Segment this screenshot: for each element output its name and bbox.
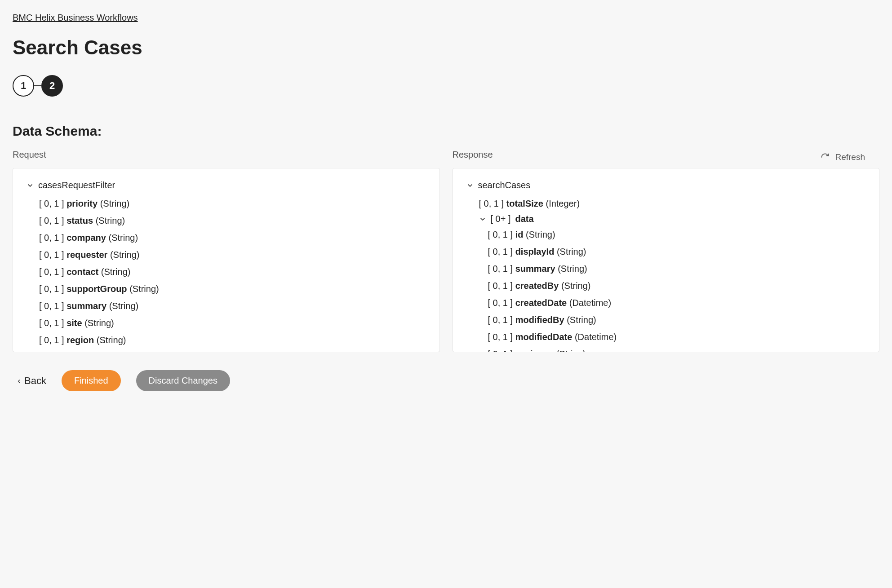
field-name: data	[515, 214, 534, 224]
field-cardinality: [ 0, 1 ]	[39, 301, 64, 311]
field-row: [ 0, 1 ] createdBy (String)	[488, 277, 866, 294]
field-type: (String)	[100, 199, 130, 208]
field-cardinality: [ 0, 1 ]	[479, 199, 504, 208]
field-name: createdBy	[515, 281, 559, 291]
chevron-down-icon	[479, 216, 486, 223]
field-cardinality: [ 0, 1 ]	[39, 318, 64, 328]
field-type: (String)	[101, 267, 131, 277]
field-type: (String)	[129, 284, 159, 294]
step-connector	[34, 85, 41, 86]
discard-changes-button[interactable]: Discard Changes	[136, 370, 230, 391]
field-row: [ 0, 1 ] contact (String)	[39, 263, 426, 280]
request-column: Request casesRequestFilter [ 0, 1 ] prio…	[13, 150, 440, 352]
back-label: Back	[24, 375, 46, 387]
footer-actions: Back Finished Discard Changes	[13, 370, 879, 391]
field-row: [ 0, 1 ] modifiedDate (Datetime)	[488, 328, 866, 345]
section-title: Data Schema:	[13, 124, 879, 139]
field-type: (String)	[557, 247, 586, 256]
field-cardinality: [ 0, 1 ]	[39, 250, 64, 260]
field-type: (Datetime)	[575, 332, 617, 342]
chevron-down-icon	[27, 182, 34, 189]
field-row: [ 0, 1 ] summary (String)	[488, 260, 866, 277]
field-type: (Datetime)	[569, 298, 611, 308]
request-schema-box: casesRequestFilter [ 0, 1 ] priority (St…	[13, 168, 440, 352]
page-title: Search Cases	[13, 36, 879, 59]
finished-button[interactable]: Finished	[62, 370, 121, 391]
response-column: Response searchCases [ 0, 1 ] totalSize …	[453, 150, 880, 352]
field-type: (String)	[96, 216, 125, 225]
back-button[interactable]: Back	[16, 375, 46, 387]
wizard-stepper: 1 2	[13, 75, 879, 97]
field-cardinality: [ 0, 1 ]	[488, 230, 513, 239]
field-name: requester	[67, 250, 107, 260]
field-name: region	[67, 335, 94, 345]
field-cardinality: [ 0, 1 ]	[488, 332, 513, 342]
field-type: (String)	[526, 230, 555, 239]
field-name: summary	[515, 264, 555, 274]
field-name: totalSize	[506, 199, 543, 208]
field-name: status	[67, 216, 93, 225]
field-row: [ 0, 1 ] displayId (String)	[488, 243, 866, 260]
field-name: id	[515, 230, 524, 239]
field-name: modifiedDate	[515, 332, 572, 342]
schema-container: Request casesRequestFilter [ 0, 1 ] prio…	[13, 150, 879, 352]
request-root-node[interactable]: casesRequestFilter	[27, 180, 426, 190]
field-cardinality: [ 0, 1 ]	[488, 315, 513, 325]
response-children: [ 0, 1 ] totalSize (Integer) [ 0+ ] data…	[466, 195, 866, 352]
step-1[interactable]: 1	[13, 75, 34, 97]
request-label: Request	[13, 150, 440, 160]
field-row: [ 0, 1 ] requester (String)	[39, 246, 426, 263]
field-cardinality: [ 0, 1 ]	[488, 349, 513, 352]
field-type: (String)	[109, 301, 139, 311]
response-schema-box: searchCases [ 0, 1 ] totalSize (Integer)…	[453, 168, 880, 352]
field-name: supportGroup	[67, 284, 127, 294]
field-name: createdDate	[515, 298, 567, 308]
field-cardinality: [ 0, 1 ]	[488, 298, 513, 308]
field-type: (String)	[556, 349, 586, 352]
response-label: Response	[453, 150, 880, 160]
field-cardinality: [ 0, 1 ]	[488, 247, 513, 256]
field-cardinality: [ 0+ ]	[491, 214, 511, 224]
field-name: displayId	[515, 247, 555, 256]
field-row: [ 0, 1 ] status (String)	[39, 212, 426, 229]
field-type: (String)	[109, 233, 138, 243]
chevron-down-icon	[466, 182, 474, 189]
field-cardinality: [ 0, 1 ]	[488, 281, 513, 291]
field-row: [ 0, 1 ] site (String)	[39, 314, 426, 332]
field-type: (String)	[110, 250, 140, 260]
field-name: priority	[67, 199, 98, 208]
field-type: (String)	[567, 315, 596, 325]
response-data-node[interactable]: [ 0+ ] data	[479, 212, 866, 226]
field-type: (String)	[84, 318, 114, 328]
breadcrumb[interactable]: BMC Helix Business Workflows	[13, 13, 138, 23]
field-name: contact	[67, 267, 98, 277]
field-row: [ 0, 1 ] company (String)	[39, 229, 426, 246]
field-name: summary	[67, 301, 107, 311]
field-cardinality: [ 0, 1 ]	[39, 233, 64, 243]
field-row: [ 0, 1 ] origin (String)	[39, 349, 426, 352]
response-root-node[interactable]: searchCases	[466, 180, 866, 190]
field-name: assignee	[515, 349, 554, 352]
request-root-label: casesRequestFilter	[38, 180, 115, 190]
response-root-label: searchCases	[478, 180, 531, 190]
field-row: [ 0, 1 ] modifiedBy (String)	[488, 311, 866, 328]
field-row: [ 0, 1 ] totalSize (Integer)	[479, 195, 866, 212]
field-row: [ 0, 1 ] region (String)	[39, 332, 426, 349]
field-cardinality: [ 0, 1 ]	[39, 284, 64, 294]
field-type: (Integer)	[546, 199, 580, 208]
field-type: (String)	[558, 264, 587, 274]
chevron-left-icon	[16, 375, 22, 387]
step-2[interactable]: 2	[41, 75, 63, 97]
field-cardinality: [ 0, 1 ]	[488, 264, 513, 274]
field-name: modifiedBy	[515, 315, 564, 325]
field-name: company	[67, 233, 106, 243]
field-name: site	[67, 318, 82, 328]
field-cardinality: [ 0, 1 ]	[39, 216, 64, 225]
field-row: [ 0, 1 ] supportGroup (String)	[39, 280, 426, 297]
field-row: [ 0, 1 ] assignee (String)	[488, 345, 866, 352]
field-type: (String)	[97, 335, 126, 345]
field-row: [ 0, 1 ] priority (String)	[39, 195, 426, 212]
field-row: [ 0, 1 ] createdDate (Datetime)	[488, 294, 866, 311]
field-cardinality: [ 0, 1 ]	[39, 267, 64, 277]
request-fields: [ 0, 1 ] priority (String)[ 0, 1 ] statu…	[27, 195, 426, 352]
